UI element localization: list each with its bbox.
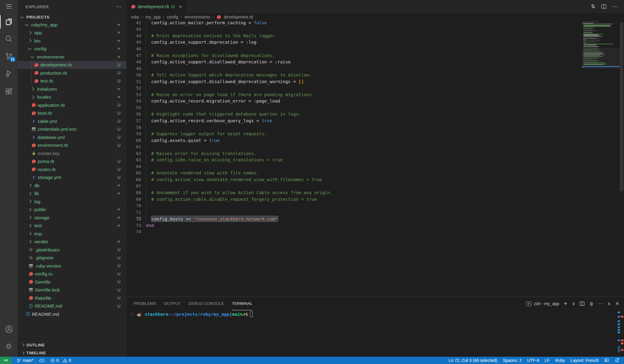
breadcrumb-item-my_app[interactable]: my_app xyxy=(145,15,161,19)
terminal-dropdown-icon[interactable]: ∨ xyxy=(572,301,575,306)
tree-item-database-yml[interactable]: !database.ymlU xyxy=(18,133,127,141)
code-line[interactable]: 60config.assets.quiet = true xyxy=(127,137,624,144)
terminal[interactable]: 🦔stackhero:~/projects/ruby/my_app|main ✗… xyxy=(127,310,624,357)
code-line[interactable]: 62# Raises error for missing translation… xyxy=(127,150,624,157)
tree-item--ruby-version[interactable]: .ruby-versionU xyxy=(18,262,127,270)
tree-item-cable-yml[interactable]: !cable.ymlU xyxy=(18,117,127,125)
breadcrumb-item-config[interactable]: config xyxy=(167,15,178,19)
code-line[interactable]: 71 xyxy=(127,209,624,216)
sidebar-section-timeline[interactable]: TIMELINE xyxy=(18,349,127,357)
sidebar-section-outline[interactable]: OUTLINE xyxy=(18,341,127,349)
tree-item-ruby-my-app[interactable]: ruby/my_app xyxy=(18,21,127,29)
tree-item-development-rb[interactable]: development.rbU xyxy=(18,61,127,69)
status-spaces[interactable]: Spaces: 2 xyxy=(500,357,524,364)
tab-development-rb[interactable]: development.rb U × xyxy=(127,0,187,13)
new-terminal-icon[interactable]: + xyxy=(564,300,568,307)
tree-item-boot-rb[interactable]: boot.rbU xyxy=(18,109,127,117)
code-line[interactable]: 72config.hosts << "<xxxxxx>.stackhero-ne… xyxy=(127,215,624,222)
tree-item-storage[interactable]: storage xyxy=(18,214,127,222)
tab-close-icon[interactable]: × xyxy=(179,4,182,9)
tree-item-credentials-yml-enc[interactable]: credentials.yml.encU xyxy=(18,125,127,133)
breadcrumb-item-ruby[interactable]: ruby xyxy=(131,15,139,19)
code-line[interactable]: 68# Uncomment if you wish to allow Actio… xyxy=(127,189,624,196)
tree-item-gemfile-lock[interactable]: Gemfile.lockU xyxy=(18,286,127,294)
code-line[interactable]: 73end xyxy=(127,222,624,229)
code-line[interactable]: 54config.active_record.migration_error =… xyxy=(127,98,624,105)
code-line[interactable]: 63# config.i18n.raise_on_missing_transla… xyxy=(127,157,624,163)
status-lf[interactable]: LF xyxy=(542,357,552,364)
breadcrumb-item-development.rb[interactable]: development.rb xyxy=(224,15,253,19)
code-line[interactable]: 66# config.action_view.annotate_rendered… xyxy=(127,176,624,183)
code-line[interactable]: 53# Raise an error on page load if there… xyxy=(127,91,624,98)
status-feedback[interactable] xyxy=(602,357,612,364)
tree-item-projects[interactable]: PROJECTS xyxy=(18,13,127,21)
code-line[interactable]: 61 xyxy=(127,143,624,150)
panel-tab-terminal[interactable]: TERMINAL xyxy=(232,297,253,310)
code-line[interactable]: 43 xyxy=(127,26,624,33)
code-line[interactable]: 64 xyxy=(127,163,624,170)
code-line[interactable]: 59# Suppress logger output for asset req… xyxy=(127,130,624,137)
status-ruby[interactable]: Ruby xyxy=(552,357,568,364)
tree-item-routes-rb[interactable]: routes.rbU xyxy=(18,165,127,174)
sidebar-item-explorer[interactable] xyxy=(0,15,18,29)
tree-item-bin[interactable]: bin xyxy=(18,37,127,45)
status-branch[interactable]: main* xyxy=(14,357,36,364)
minimap[interactable] xyxy=(582,22,620,69)
tree-item-config-ru[interactable]: config.ruU xyxy=(18,270,127,278)
status-ln[interactable]: Ln 72, Col 3 (48 selected) xyxy=(446,357,500,364)
code-editor[interactable]: 42config.action_mailer.perform_caching =… xyxy=(127,21,624,297)
tree-item-test[interactable]: test xyxy=(18,222,127,230)
tree-item-lib[interactable]: lib xyxy=(18,190,127,198)
code-line[interactable]: 52 xyxy=(127,85,624,91)
tree-item-readme-md[interactable]: README.md xyxy=(18,310,127,318)
code-line[interactable]: 56# Highlight code that triggered databa… xyxy=(127,111,624,118)
tree-item-public[interactable]: public xyxy=(18,206,127,214)
tree-item-test-rb[interactable]: test.rbU xyxy=(18,77,127,85)
tree-item--gitignore[interactable]: .gitignoreU xyxy=(18,254,127,262)
tree-item-tmp[interactable]: tmp xyxy=(18,230,127,238)
menu-icon[interactable] xyxy=(0,1,18,12)
sidebar-item-source-control[interactable]: 71 xyxy=(0,49,18,63)
code-line[interactable]: 69# config.action_cable.disable_request_… xyxy=(127,196,624,203)
sidebar-item-run-debug[interactable] xyxy=(0,66,18,81)
tree-item-log[interactable]: log xyxy=(18,197,127,206)
code-line[interactable]: 65# Annotate rendered view with file nam… xyxy=(127,170,624,177)
code-line[interactable]: 42config.action_mailer.perform_caching =… xyxy=(127,21,624,26)
code-line[interactable]: 46 xyxy=(127,46,624,52)
editor-scrollbar[interactable] xyxy=(620,22,623,191)
tree-item-config[interactable]: config xyxy=(18,45,127,53)
maximize-panel-icon[interactable]: ∧ xyxy=(607,301,611,306)
status-error[interactable]: 00 xyxy=(48,357,74,364)
status-utf-8[interactable]: UTF-8 xyxy=(524,357,542,364)
panel-tab-output[interactable]: OUTPUT xyxy=(164,297,181,310)
status-bell[interactable] xyxy=(612,357,622,364)
code-line[interactable]: 57config.active_record.verbose_query_log… xyxy=(127,117,624,124)
code-line[interactable]: 55 xyxy=(127,104,624,111)
sidebar-item-extensions[interactable] xyxy=(0,84,18,99)
code-line[interactable]: 51config.active_support.disallowed_depre… xyxy=(127,78,624,85)
kill-terminal-icon[interactable] xyxy=(589,302,594,306)
tree-item-initializers[interactable]: initializers xyxy=(18,85,127,93)
tree-item-environments[interactable]: environments xyxy=(18,53,127,61)
settings-button[interactable]: ⚙ xyxy=(0,339,18,354)
panel-more-icon[interactable]: ⋯ xyxy=(598,301,603,306)
code-line[interactable]: 74 xyxy=(127,229,624,235)
code-line[interactable]: 50# Tell Active Support which deprecatio… xyxy=(127,72,624,78)
tree-item-locales[interactable]: locales xyxy=(18,93,127,101)
tree-item-gemfile[interactable]: GemfileU xyxy=(18,278,127,286)
tree-item--gitattributes[interactable]: .gitattributesU xyxy=(18,246,127,254)
panel-tab-problems[interactable]: PROBLEMS xyxy=(134,297,156,310)
panel-tab-debug-console[interactable]: DEBUG CONSOLE xyxy=(188,297,224,310)
tree-item-app[interactable]: app xyxy=(18,29,127,37)
open-changes-icon[interactable]: ⇅ xyxy=(591,3,595,10)
account-button[interactable] xyxy=(0,322,18,336)
tree-item-environment-rb[interactable]: environment.rbU xyxy=(18,141,127,150)
code-line[interactable]: 44# Print deprecation notices to the Rai… xyxy=(127,32,624,39)
tree-item-storage-yml[interactable]: !storage.ymlU xyxy=(18,174,127,182)
tree-item-rakefile[interactable]: RakefileU xyxy=(18,294,127,302)
code-line[interactable]: 45config.active_support.deprecation = :l… xyxy=(127,39,624,46)
more-actions-icon[interactable]: ⋯ xyxy=(612,3,618,10)
sidebar-item-search[interactable] xyxy=(0,32,18,46)
more-actions-icon[interactable]: ⋯ xyxy=(116,3,122,10)
tree-item-db[interactable]: db xyxy=(18,181,127,190)
